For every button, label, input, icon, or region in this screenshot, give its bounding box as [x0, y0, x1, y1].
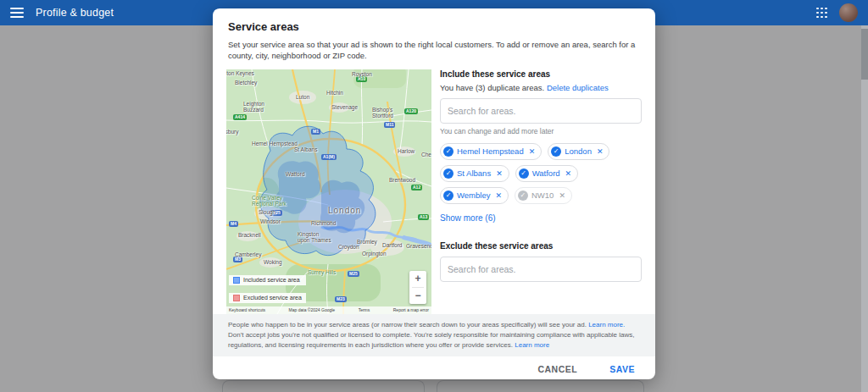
chip-label: Hemel Hempstead — [457, 146, 524, 156]
chip-label: NW10 — [531, 190, 554, 200]
map-attribution: Keyboard shortcuts Map data ©2024 Google… — [226, 306, 431, 314]
apps-grid-icon[interactable] — [816, 8, 827, 19]
exclude-search-input[interactable] — [448, 264, 634, 274]
report-map-error-link[interactable]: Report a map error — [393, 307, 429, 312]
chip-label: Watford — [532, 168, 560, 178]
keyboard-shortcuts-link[interactable]: Keyboard shortcuts — [229, 307, 265, 312]
dialog-title: Service areas — [213, 8, 655, 33]
service-area-chip[interactable]: ✓ Wembley ✕ — [440, 187, 509, 204]
legend-included-label: Included service area — [243, 277, 300, 283]
exclude-heading: Exclude these service areas — [440, 241, 642, 251]
service-areas-dialog: Service areas Set your service area so t… — [213, 8, 655, 379]
chip-label: St Albans — [457, 168, 491, 178]
dialog-footnote: People who happen to be in your service … — [213, 314, 655, 356]
delete-duplicates-link[interactable]: Delete duplicates — [547, 83, 609, 92]
check-circle-icon: ✓ — [551, 146, 561, 157]
remove-chip-icon[interactable]: ✕ — [565, 169, 572, 178]
legend-included: Included service area — [229, 275, 306, 285]
check-circle-icon: ✓ — [443, 146, 453, 157]
chip-label: Wembley — [457, 190, 490, 200]
dialog-description: Set your service area so that your ad is… — [228, 39, 640, 62]
included-chips: ✓ Hemel Hempstead ✕ ✓ London ✕ ✓ St Alba… — [440, 143, 642, 204]
service-areas-panel: Include these service areas You have (3)… — [440, 69, 642, 314]
remove-chip-icon[interactable]: ✕ — [495, 191, 502, 200]
include-search-input[interactable] — [448, 106, 634, 116]
check-circle-icon: ✓ — [443, 190, 453, 201]
dialog-body: M1A1(M)M11M25M25M4M3M23A414A10A120A12A13… — [213, 69, 655, 314]
service-area-chip[interactable]: ✓ London ✕ — [548, 143, 609, 160]
page-title: Profile & budget — [36, 7, 114, 19]
avatar[interactable] — [839, 3, 858, 22]
save-button[interactable]: SAVE — [603, 359, 642, 379]
chip-label: London — [565, 146, 592, 156]
legend-excluded: Excluded service area — [229, 293, 306, 303]
exclude-search-box[interactable] — [440, 257, 642, 282]
remove-chip-icon[interactable]: ✕ — [529, 147, 536, 156]
map-data-text: Map data ©2024 Google — [289, 307, 336, 312]
show-more-link[interactable]: Show more (6) — [440, 213, 496, 223]
helper-text: You can change and add more later — [440, 127, 642, 135]
excluded-area-swatch — [233, 295, 240, 301]
page-scrollbar[interactable] — [861, 25, 868, 392]
dialog-actions: CANCEL SAVE — [213, 356, 655, 379]
duplicates-text: You have (3) duplicate areas. — [440, 83, 544, 92]
remove-chip-icon[interactable]: ✕ — [559, 191, 565, 200]
check-circle-icon: ✓ — [518, 190, 528, 201]
footnote-text-1: People who happen to be in your service … — [228, 321, 587, 329]
included-area-swatch — [233, 277, 240, 284]
topbar-right — [816, 3, 858, 22]
footnote-text-2: Don't accept jobs you're not qualified o… — [228, 331, 635, 349]
service-area-chip[interactable]: ✓ Watford ✕ — [515, 165, 578, 182]
learn-more-link-1[interactable]: Learn more. — [588, 321, 625, 329]
zoom-in-button[interactable]: + — [409, 271, 426, 287]
service-area-chip[interactable]: ✓ NW10 ✕ — [515, 187, 572, 204]
check-circle-icon: ✓ — [519, 168, 529, 179]
menu-icon[interactable] — [10, 8, 24, 18]
service-area-chip[interactable]: ✓ Hemel Hempstead ✕ — [440, 143, 542, 160]
learn-more-link-2[interactable]: Learn more — [515, 341, 549, 349]
cancel-button[interactable]: CANCEL — [531, 359, 584, 379]
legend-excluded-label: Excluded service area — [243, 295, 302, 301]
include-search-box[interactable] — [440, 98, 642, 124]
include-heading: Include these service areas — [440, 69, 642, 79]
map[interactable]: M1A1(M)M11M25M25M4M3M23A414A10A120A12A13… — [226, 69, 431, 314]
duplicates-line: You have (3) duplicate areas. Delete dup… — [440, 83, 642, 92]
service-area-chip[interactable]: ✓ St Albans ✕ — [440, 165, 509, 182]
check-circle-icon: ✓ — [443, 168, 453, 179]
map-zoom-control: + − — [409, 271, 426, 304]
remove-chip-icon[interactable]: ✕ — [496, 169, 503, 178]
scrollbar-thumb[interactable] — [861, 29, 868, 80]
terms-link[interactable]: Terms — [359, 307, 370, 312]
zoom-out-button[interactable]: − — [409, 288, 426, 304]
map-legend: Included service area Excluded service a… — [229, 275, 306, 303]
remove-chip-icon[interactable]: ✕ — [597, 147, 604, 156]
